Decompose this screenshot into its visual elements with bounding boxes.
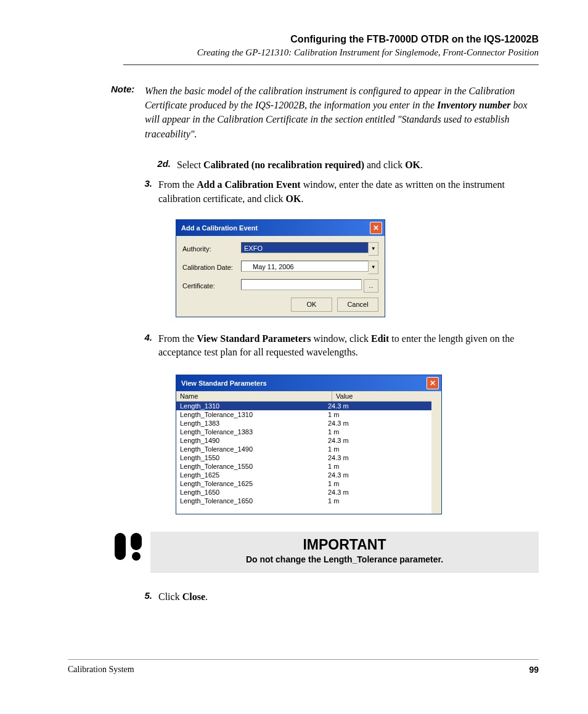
page-header-subtitle: Creating the GP-121310: Calibration Inst… — [68, 47, 539, 58]
t: Click — [158, 591, 182, 602]
browse-button[interactable]: ... — [364, 279, 378, 293]
cell-value: 1 m — [328, 462, 438, 471]
important-callout: IMPORTANT Do not change the Length_Toler… — [106, 532, 539, 573]
note-text: When the basic model of the calibration … — [145, 84, 539, 141]
cell-name: Length_Tolerance_1310 — [180, 410, 328, 419]
cert-label: Certificate: — [182, 282, 241, 290]
table-row[interactable]: Length_Tolerance_14901 m — [176, 445, 441, 453]
step-num-4: 4. — [133, 332, 158, 360]
cell-value: 24.3 m — [328, 488, 438, 497]
t: OK — [286, 193, 301, 204]
cell-name: Length_1310 — [180, 402, 328, 410]
t: From the — [158, 179, 197, 190]
table-row[interactable]: Length_138324.3 m — [176, 419, 441, 428]
table-row[interactable]: Length_149024.3 m — [176, 436, 441, 445]
t: Calibrated (no recalibration required) — [203, 160, 364, 170]
list-header: Name Value — [176, 391, 441, 402]
t: Select — [177, 160, 203, 170]
dialog1-title: Add a Calibration Event — [181, 224, 258, 232]
list-header-name[interactable]: Name — [176, 391, 332, 401]
cell-value: 24.3 m — [328, 419, 438, 428]
t: Add a Calibration Event — [197, 179, 300, 190]
svg-point-2 — [132, 552, 141, 561]
t: . — [301, 193, 303, 204]
dialog2-titlebar: View Standard Parameters ✕ — [176, 375, 441, 391]
table-row[interactable]: Length_165024.3 m — [176, 488, 441, 497]
t: From the — [158, 333, 197, 344]
page-footer: Calibration System 99 — [68, 659, 539, 675]
cell-value: 1 m — [328, 497, 438, 505]
svg-rect-1 — [131, 533, 142, 550]
step-num-3: 3. — [133, 178, 158, 206]
t: Edit — [371, 333, 389, 344]
close-icon[interactable]: ✕ — [370, 222, 382, 234]
cell-name: Length_1550 — [180, 453, 328, 462]
cell-name: Length_1383 — [180, 419, 328, 428]
dialog2-title: View Standard Parameters — [181, 379, 267, 387]
cell-value: 24.3 m — [328, 436, 438, 445]
authority-label: Authority: — [182, 245, 241, 253]
step-3: 3. From the Add a Calibration Event wind… — [133, 178, 539, 206]
cell-value: 24.3 m — [328, 402, 438, 410]
table-row[interactable]: Length_Tolerance_16501 m — [176, 497, 441, 505]
step-text-4: From the View Standard Parameters window… — [158, 332, 539, 360]
cell-value: 1 m — [328, 445, 438, 453]
cell-name: Length_Tolerance_1625 — [180, 479, 328, 488]
note-block: Note: When the basic model of the calibr… — [111, 84, 539, 141]
cell-value: 1 m — [328, 428, 438, 436]
dropdown-icon[interactable]: ▼ — [369, 242, 378, 256]
t: View Standard Parameters — [197, 333, 311, 344]
cell-name: Length_1490 — [180, 436, 328, 445]
cancel-button[interactable]: Cancel — [337, 298, 378, 312]
table-row[interactable]: Length_Tolerance_13831 m — [176, 428, 441, 436]
cell-value: 24.3 m — [328, 453, 438, 462]
step-num-2d: 2d. — [151, 158, 177, 172]
table-row[interactable]: Length_Tolerance_13101 m — [176, 410, 441, 419]
caldate-label: Calibration Date: — [182, 264, 241, 271]
step-4: 4. From the View Standard Parameters win… — [133, 332, 539, 360]
t: . — [420, 160, 423, 170]
note-text-bold: Inventory number — [437, 100, 511, 110]
step-text-2d: Select Calibrated (no recalibration requ… — [177, 158, 539, 172]
important-text: Do not change the Length_Tolerance param… — [158, 554, 531, 564]
cell-value: 1 m — [328, 410, 438, 419]
caldate-input[interactable]: May 11, 2006 — [241, 261, 369, 272]
cell-name: Length_1625 — [180, 471, 328, 479]
t: Close — [182, 591, 205, 602]
footer-left: Calibration System — [68, 665, 134, 675]
page-header-title: Configuring the FTB-7000D OTDR on the IQ… — [68, 34, 539, 45]
t: OK — [405, 160, 420, 170]
cell-name: Length_Tolerance_1490 — [180, 445, 328, 453]
ok-button[interactable]: OK — [291, 298, 332, 312]
table-row[interactable]: Length_Tolerance_15501 m — [176, 462, 441, 471]
list-body: Length_131024.3 mLength_Tolerance_13101 … — [176, 402, 441, 514]
t: . — [205, 591, 208, 602]
dialog1-titlebar: Add a Calibration Event ✕ — [176, 220, 385, 236]
step-5: 5. Click Close. — [133, 590, 539, 604]
table-row[interactable]: Length_162524.3 m — [176, 471, 441, 479]
cell-value: 1 m — [328, 479, 438, 488]
table-row[interactable]: Length_Tolerance_16251 m — [176, 479, 441, 488]
svg-rect-0 — [115, 533, 126, 560]
note-label: Note: — [111, 84, 145, 141]
step-num-5: 5. — [133, 590, 158, 604]
cell-name: Length_1650 — [180, 488, 328, 497]
dialog-view-standard-parameters: View Standard Parameters ✕ Name Value Le… — [176, 375, 442, 514]
step-2d: 2d. Select Calibrated (no recalibration … — [151, 158, 539, 172]
step-text-3: From the Add a Calibration Event window,… — [158, 178, 539, 206]
table-row[interactable]: Length_131024.3 m — [176, 402, 441, 410]
t: and click — [364, 160, 405, 170]
cert-input[interactable] — [241, 279, 362, 290]
authority-input[interactable]: EXFO — [241, 242, 369, 253]
scrollbar[interactable] — [431, 391, 441, 514]
important-title: IMPORTANT — [158, 537, 531, 553]
step-text-5: Click Close. — [158, 590, 539, 604]
table-row[interactable]: Length_155024.3 m — [176, 453, 441, 462]
cell-name: Length_Tolerance_1383 — [180, 428, 328, 436]
cell-name: Length_Tolerance_1650 — [180, 497, 328, 505]
list-header-value[interactable]: Value — [332, 391, 441, 401]
close-icon[interactable]: ✕ — [427, 377, 439, 389]
page-number: 99 — [529, 665, 539, 675]
exclamation-icon — [106, 532, 150, 562]
dropdown-icon[interactable]: ▼ — [369, 261, 378, 274]
